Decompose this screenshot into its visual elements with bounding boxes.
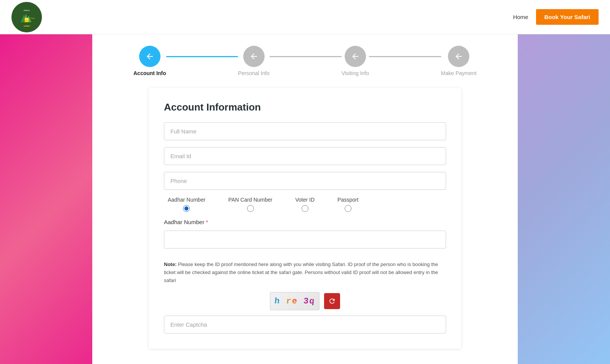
step-circle-visiting: [345, 46, 366, 67]
step-label-payment: Make Payment: [441, 70, 477, 76]
radio-voter[interactable]: Voter ID: [295, 197, 315, 212]
radio-pan-label: PAN Card Number: [228, 197, 273, 203]
step-circle-personal: [243, 46, 265, 67]
step-label-account: Account Info: [133, 70, 166, 76]
step-account-info[interactable]: Account Info: [133, 46, 166, 76]
captcha-input[interactable]: [164, 316, 446, 334]
captcha-image: h re 3q: [270, 292, 319, 310]
step-personal-info[interactable]: Personal Info: [238, 46, 270, 76]
svg-text:Nature: Nature: [24, 9, 30, 11]
form-title: Account Information: [164, 101, 446, 113]
nav-home-link[interactable]: Home: [513, 14, 528, 20]
step-label-personal: Personal Info: [238, 70, 270, 76]
step-circle-payment: [448, 46, 469, 67]
captcha-refresh-button[interactable]: [324, 293, 340, 309]
step-circle-account: [139, 46, 161, 67]
main-content: Account Info Personal Info Visiting Info…: [0, 34, 610, 360]
step-visiting-info[interactable]: Visiting Info: [342, 46, 369, 76]
radio-pan-input[interactable]: [247, 205, 254, 212]
radio-voter-input[interactable]: [302, 205, 308, 212]
note-body: Please keep the ID proof mentioned here …: [164, 261, 438, 283]
radio-passport[interactable]: Passport: [337, 197, 358, 212]
email-input[interactable]: [164, 147, 446, 165]
form-card: Account Information Aadhar Number PAN Ca…: [149, 88, 461, 349]
step-line-3: [369, 56, 441, 57]
logo-circle: safari Nature Rajgir: [11, 2, 42, 32]
step-make-payment[interactable]: Make Payment: [441, 46, 477, 76]
book-safari-button[interactable]: Book Your Safari: [536, 9, 599, 25]
nav-right: Home Book Your Safari: [513, 9, 599, 25]
svg-text:Rajgir: Rajgir: [30, 17, 35, 19]
captcha-area: h re 3q: [164, 292, 446, 310]
step-line-1: [166, 56, 238, 57]
logo-svg: safari Nature Rajgir: [13, 4, 40, 30]
full-name-input[interactable]: [164, 122, 446, 140]
radio-aadhar-label: Aadhar Number: [168, 197, 205, 203]
captcha-text-visual: h re 3q: [274, 297, 316, 306]
id-type-radio-group: Aadhar Number PAN Card Number Voter ID P…: [164, 197, 446, 212]
radio-aadhar-input[interactable]: [183, 205, 190, 212]
aadhar-field-label: Aadhar Number *: [164, 219, 446, 225]
step-line-2: [270, 56, 342, 57]
phone-input[interactable]: [164, 172, 446, 190]
note-text: Note: Please keep the ID proof mentioned…: [164, 261, 446, 284]
logo-container: safari Nature Rajgir: [11, 2, 42, 32]
radio-aadhar[interactable]: Aadhar Number: [168, 197, 205, 212]
stepper: Account Info Personal Info Visiting Info…: [133, 46, 477, 76]
header: safari Nature Rajgir Home Book Your Safa…: [0, 0, 610, 34]
radio-pan[interactable]: PAN Card Number: [228, 197, 273, 212]
aadhar-number-input[interactable]: [164, 231, 446, 249]
svg-rect-6: [27, 18, 28, 19]
radio-passport-input[interactable]: [345, 205, 352, 212]
radio-voter-label: Voter ID: [295, 197, 315, 203]
required-asterisk: *: [206, 219, 208, 225]
svg-rect-5: [26, 18, 27, 19]
note-bold: Note:: [164, 261, 177, 267]
svg-rect-4: [25, 18, 29, 22]
svg-text:safari: safari: [24, 24, 30, 27]
step-label-visiting: Visiting Info: [342, 70, 369, 76]
radio-passport-label: Passport: [337, 197, 358, 203]
